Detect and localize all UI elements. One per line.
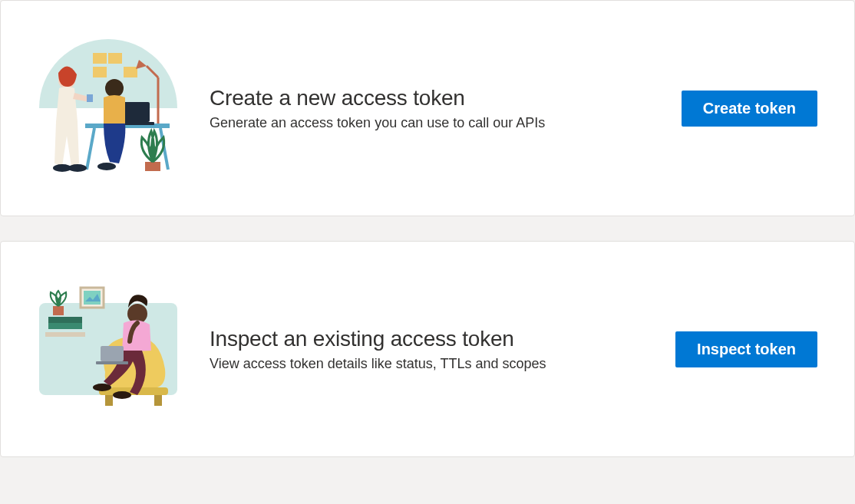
- create-token-title: Create a new access token: [210, 86, 657, 110]
- svg-rect-14: [87, 94, 93, 102]
- svg-rect-17: [145, 162, 160, 171]
- svg-rect-0: [93, 53, 107, 64]
- svg-line-7: [87, 128, 94, 170]
- inspect-token-text: Inspect an existing access token View ac…: [210, 327, 651, 372]
- svg-rect-21: [45, 332, 85, 337]
- svg-point-30: [113, 391, 131, 399]
- create-token-button[interactable]: Create token: [682, 91, 817, 127]
- create-token-card: Create a new access token Generate an ac…: [0, 0, 855, 216]
- svg-rect-23: [48, 323, 82, 329]
- inspect-token-description: View access token details like status, T…: [210, 356, 651, 372]
- inspect-token-button[interactable]: Inspect token: [675, 331, 817, 367]
- svg-rect-3: [124, 67, 137, 77]
- svg-point-16: [68, 164, 87, 172]
- inspect-token-title: Inspect an existing access token: [210, 327, 651, 351]
- svg-rect-24: [53, 306, 64, 315]
- create-token-illustration: [31, 31, 185, 185]
- svg-point-12: [97, 163, 116, 170]
- create-token-description: Generate an access token you can use to …: [210, 115, 657, 131]
- svg-point-11: [105, 79, 124, 97]
- svg-rect-31: [101, 346, 124, 361]
- svg-rect-32: [96, 361, 128, 364]
- svg-rect-2: [93, 67, 107, 77]
- svg-point-29: [93, 384, 111, 391]
- svg-rect-1: [108, 53, 122, 64]
- create-token-text: Create a new access token Generate an ac…: [210, 86, 657, 131]
- svg-rect-26: [105, 395, 113, 406]
- inspect-token-card: Inspect an existing access token View ac…: [0, 241, 855, 457]
- svg-rect-22: [48, 317, 82, 323]
- inspect-token-illustration: [31, 272, 185, 426]
- svg-line-8: [160, 128, 168, 170]
- svg-rect-9: [122, 102, 150, 122]
- svg-rect-27: [154, 395, 162, 406]
